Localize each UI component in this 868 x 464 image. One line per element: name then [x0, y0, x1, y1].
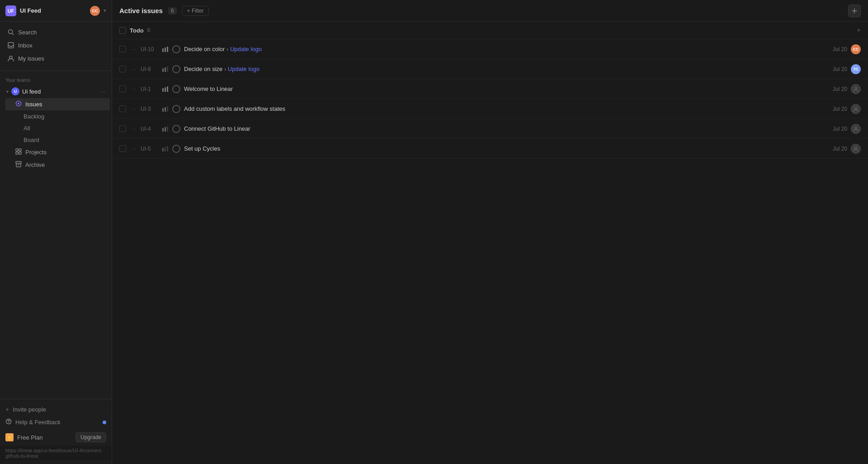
- issue-assignee-avatar: [851, 84, 861, 94]
- help-label: Help & Feedback: [15, 419, 61, 426]
- issue-title: Add custom labels and workflow states: [184, 105, 285, 112]
- issue-more-icon[interactable]: ···: [130, 126, 137, 132]
- sidebar-header[interactable]: UF UI Feed CC ▾: [0, 0, 112, 22]
- issue-checkbox[interactable]: [119, 85, 126, 92]
- issue-checkbox[interactable]: [119, 145, 126, 152]
- sidebar-item-board[interactable]: Board: [5, 134, 110, 146]
- issue-status-icon[interactable]: [172, 145, 180, 153]
- issues-container: ··· UI-10 Decide on color › Update logo …: [112, 39, 868, 159]
- sidebar-item-archive[interactable]: Archive: [5, 159, 110, 171]
- sidebar-item-issues[interactable]: Issues: [5, 98, 110, 110]
- archive-icon: [15, 161, 22, 169]
- issue-more-icon[interactable]: ···: [130, 146, 137, 152]
- page-title: Active issues: [119, 7, 163, 14]
- svg-point-25: [855, 87, 857, 89]
- issue-checkbox[interactable]: [119, 125, 126, 132]
- issue-more-icon[interactable]: ···: [130, 86, 137, 92]
- issue-title: Set up Cycles: [184, 145, 220, 152]
- search-label: Search: [18, 29, 37, 36]
- sidebar-item-all[interactable]: All: [5, 123, 110, 134]
- group-header-todo: Todo 6 +: [112, 22, 868, 39]
- teams-section: Your teams ▾ U Ui feed ··· Issues Backlo…: [0, 73, 112, 399]
- issue-status-icon[interactable]: [172, 105, 180, 113]
- table-row[interactable]: ··· UI-4 Connect GitHub to Linear Jul 20: [112, 119, 868, 139]
- upgrade-button[interactable]: Upgrade: [75, 432, 106, 442]
- invite-plus-icon: +: [5, 406, 9, 413]
- issue-checkbox[interactable]: [119, 66, 126, 72]
- team-name: Ui feed: [22, 88, 98, 95]
- free-plan-label: Free Plan: [17, 434, 72, 441]
- issue-more-icon[interactable]: ···: [130, 106, 137, 112]
- archive-label: Archive: [25, 161, 45, 168]
- issue-id: UI-1: [141, 86, 159, 92]
- team-header-ui-feed[interactable]: ▾ U Ui feed ···: [2, 85, 110, 98]
- table-row[interactable]: ··· UI-3 Add custom labels and workflow …: [112, 99, 868, 119]
- issue-list: Todo 6 + ··· UI-10 Decide on color › Upd…: [112, 22, 868, 464]
- issue-id: UI-3: [141, 106, 159, 112]
- table-row[interactable]: ··· UI-5 Set up Cycles Jul 20: [112, 139, 868, 159]
- issue-title-container: Connect GitHub to Linear: [184, 125, 821, 132]
- issue-assignee-avatar: [851, 144, 861, 154]
- issue-status-icon[interactable]: [172, 65, 180, 73]
- issues-label: Issues: [25, 101, 42, 108]
- teams-heading: Your teams: [0, 73, 112, 85]
- table-row[interactable]: ··· UI-8 Decide on size › Update logo Ju…: [112, 59, 868, 79]
- issue-more-icon[interactable]: ···: [130, 66, 137, 72]
- group-checkbox[interactable]: [119, 27, 126, 34]
- svg-point-29: [855, 107, 857, 109]
- svg-rect-28: [167, 106, 168, 112]
- team-dot-icon: U: [11, 87, 19, 95]
- group-add-icon[interactable]: +: [857, 26, 861, 34]
- svg-rect-35: [165, 147, 166, 152]
- issue-priority-icon: [162, 47, 169, 52]
- workspace-chevron-icon[interactable]: ▾: [104, 8, 106, 14]
- issue-title-container: Welcome to Linear: [184, 85, 821, 92]
- svg-rect-8: [16, 152, 18, 154]
- table-row[interactable]: ··· UI-10 Decide on color › Update logo …: [112, 39, 868, 59]
- svg-rect-18: [167, 47, 168, 52]
- issue-status-icon[interactable]: [172, 85, 180, 93]
- svg-rect-24: [167, 86, 168, 92]
- workspace-avatar: UF: [5, 5, 16, 16]
- issue-title: Decide on color › Update logo: [184, 46, 262, 52]
- svg-rect-31: [165, 127, 166, 132]
- issue-more-icon[interactable]: ···: [130, 46, 137, 52]
- issue-count-badge: 6: [168, 7, 177, 14]
- sidebar-item-my-issues[interactable]: My issues: [2, 52, 110, 65]
- sidebar-nav: Search Inbox My issues: [0, 22, 112, 69]
- sidebar-item-projects[interactable]: Projects: [5, 146, 110, 158]
- svg-line-1: [12, 33, 14, 35]
- issue-checkbox[interactable]: [119, 46, 126, 52]
- sidebar-item-inbox[interactable]: Inbox: [2, 39, 110, 52]
- issue-id: UI-10: [141, 46, 159, 52]
- svg-rect-20: [165, 67, 166, 72]
- issue-checkbox[interactable]: [119, 105, 126, 112]
- svg-rect-30: [162, 128, 164, 132]
- issue-date: Jul 20: [825, 106, 847, 112]
- issue-id: UI-8: [141, 66, 159, 72]
- sidebar-item-search[interactable]: Search: [2, 26, 110, 38]
- svg-point-37: [855, 147, 857, 149]
- filter-button[interactable]: + Filter: [182, 6, 209, 16]
- svg-point-13: [9, 423, 9, 423]
- team-more-icon[interactable]: ···: [100, 88, 105, 95]
- issue-status-icon[interactable]: [172, 45, 180, 53]
- sidebar-divider-1: [0, 71, 112, 71]
- invite-people-item[interactable]: + Invite people: [0, 403, 112, 416]
- svg-rect-21: [167, 66, 168, 72]
- issue-date: Jul 20: [825, 66, 847, 72]
- issue-date: Jul 20: [825, 146, 847, 152]
- issue-id: UI-4: [141, 126, 159, 132]
- add-issue-button[interactable]: [848, 5, 861, 17]
- svg-point-3: [9, 56, 12, 59]
- issue-title: Decide on size › Update logo: [184, 66, 259, 72]
- help-notification-badge: [103, 421, 106, 424]
- sidebar-item-backlog[interactable]: Backlog: [5, 111, 110, 122]
- workspace-name: UI Feed: [20, 7, 86, 14]
- help-feedback-item[interactable]: Help & Feedback: [0, 416, 112, 429]
- issue-priority-icon: [162, 66, 169, 72]
- issue-status-icon[interactable]: [172, 125, 180, 133]
- my-issues-icon: [7, 55, 14, 62]
- table-row[interactable]: ··· UI-1 Welcome to Linear Jul 20: [112, 79, 868, 99]
- issue-title-container: Decide on size › Update logo: [184, 66, 821, 72]
